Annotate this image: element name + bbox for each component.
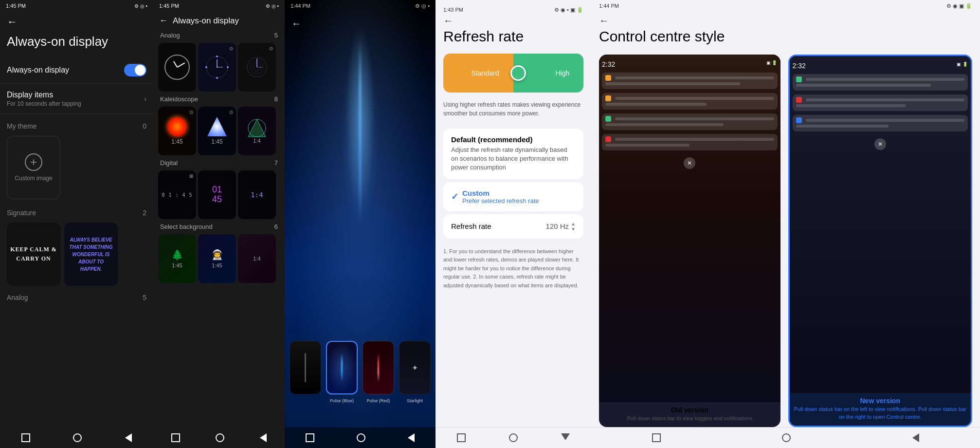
kaleidoscope-grid: ⊙ 1:45 ⊙ 1:45 1:4 xyxy=(153,105,285,157)
custom-option-sub: Prefer selected refresh rate xyxy=(462,197,539,205)
display-items-row[interactable]: Display items For 10 seconds after tappi… xyxy=(0,84,153,114)
back-button-p1[interactable]: ← xyxy=(0,12,153,32)
p4-header-area: 1:43 PM ⚙ ◉ • ▣ 🔋 ← Refresh rate xyxy=(436,0,591,54)
bg-time-3: 1:4 xyxy=(253,256,260,261)
old-time-display: 2:32 xyxy=(602,60,615,68)
hz-row[interactable]: Refresh rate 120 Hz ▲▼ xyxy=(443,214,583,239)
digital-3[interactable]: 1:4 xyxy=(238,170,276,219)
new-version-card[interactable]: 2:32 ▣ 🔋 xyxy=(788,55,973,427)
back-nav-icon-p5[interactable] xyxy=(912,433,919,442)
home-icon-p2[interactable] xyxy=(171,433,180,442)
new-time-display: 2:32 xyxy=(793,62,806,70)
old-version-card[interactable]: 2:32 ▣ 🔋 xyxy=(599,55,780,427)
style-thumb-pulse-blue[interactable] xyxy=(326,341,358,394)
recents-icon-p2[interactable] xyxy=(216,433,224,442)
analog-section-header: Analog 5 xyxy=(0,286,153,305)
hz-value: 120 Hz ▲▼ xyxy=(546,221,576,232)
style-thumb-1[interactable] xyxy=(290,341,321,394)
checkmark-icon: ✓ xyxy=(451,191,458,202)
digital-grid: 0 1 : 4 5 ⊞ 0145 1:4 xyxy=(153,168,285,221)
new-notif-icon-green xyxy=(796,76,802,82)
new-status-icons: ▣ 🔋 xyxy=(957,62,968,70)
recents-icon-p5[interactable] xyxy=(782,433,791,442)
old-status-icons: ▣ 🔋 xyxy=(766,60,778,68)
style-thumb-pulse-red[interactable] xyxy=(363,341,394,394)
notif-text-line-3 xyxy=(605,123,724,126)
new-notif-card-2 xyxy=(793,94,968,111)
standard-label: Standard xyxy=(472,69,499,77)
analog-category: Analog 5 xyxy=(153,30,285,41)
home-icon-p4[interactable] xyxy=(457,433,466,442)
time-p3: 1:44 PM xyxy=(290,3,310,9)
rate-description: Using higher refresh rates makes viewing… xyxy=(436,100,591,126)
home-icon-p1[interactable] xyxy=(21,433,30,442)
notif-row-4 xyxy=(605,136,774,142)
new-notif-text-1 xyxy=(796,84,931,87)
new-notif-icon-red xyxy=(796,97,802,103)
always-on-toggle[interactable] xyxy=(124,64,146,76)
bg-1[interactable]: 🌲 1:45 xyxy=(158,234,196,283)
refresh-rate-slider[interactable]: Standard High xyxy=(443,54,583,93)
status-icons-p1: ⚙ ◎ • xyxy=(134,3,147,9)
kaleido-center-1 xyxy=(167,117,187,136)
notif-line-3 xyxy=(615,117,774,120)
clock-indicator-3: ⊙ xyxy=(269,46,273,51)
dot-clock xyxy=(204,55,230,80)
digital-1[interactable]: 0 1 : 4 5 ⊞ xyxy=(158,170,196,219)
page-title-p4: Refresh rate xyxy=(443,26,583,51)
signature-card-1[interactable]: KEEP CALM & CARRY ON xyxy=(7,223,60,286)
page-title-p5: Control centre style xyxy=(599,26,972,51)
new-notif-text-2 xyxy=(796,104,906,107)
clock-indicator-2: ⊙ xyxy=(229,46,233,51)
home-icon-p5[interactable] xyxy=(652,433,661,442)
bg-3[interactable]: 1:4 xyxy=(238,234,276,283)
preview-area xyxy=(285,39,436,224)
style-thumb-starlight[interactable]: ✦ xyxy=(399,341,431,394)
new-notif-line-1 xyxy=(806,78,965,81)
kaleido-1[interactable]: ⊙ 1:45 xyxy=(158,107,196,155)
notif-icon-orange-2 xyxy=(605,95,611,101)
recents-icon-p1[interactable] xyxy=(73,433,82,442)
analog-clocks-grid: ⊙ ⊙ xyxy=(153,41,285,93)
analog-clock-1[interactable] xyxy=(158,43,196,92)
signature-card-2[interactable]: ALWAYS BELIEVE THAT SOMETHING WONDERFUL … xyxy=(64,223,118,286)
recents-icon-p3[interactable] xyxy=(357,433,365,442)
status-bar-p1: 1:45 PM ⚙ ◎ • xyxy=(0,0,153,12)
new-version-label: New version xyxy=(860,393,900,406)
analog-clock-2[interactable]: ⊙ xyxy=(198,43,236,92)
bg-time-2: 1:45 xyxy=(212,262,222,268)
kaleido-2[interactable]: ⊙ 1:45 xyxy=(198,107,236,155)
digital-time-3: 1:4 xyxy=(251,191,263,199)
analog-cat-label: Analog xyxy=(160,32,180,39)
back-button-p3[interactable]: ← xyxy=(285,12,436,33)
analog-clock-3[interactable]: ⊙ xyxy=(238,43,276,92)
notif-text-line-2 xyxy=(605,103,707,106)
old-close-btn[interactable]: ✕ xyxy=(684,157,695,169)
back-button-p4[interactable]: ← xyxy=(443,15,583,26)
back-button-p2[interactable]: ← xyxy=(159,16,168,26)
always-on-toggle-row[interactable]: Always-on display xyxy=(0,57,153,84)
home-icon-p3[interactable] xyxy=(306,433,314,442)
status-icons-p4: ⚙ ◉ • ▣ 🔋 xyxy=(554,7,583,13)
new-close-btn[interactable]: ✕ xyxy=(874,138,886,150)
back-nav-icon-p1[interactable] xyxy=(125,433,132,442)
custom-option[interactable]: ✓ Custom Prefer selected refresh rate xyxy=(443,182,583,211)
digital-2[interactable]: 0145 xyxy=(198,170,236,219)
sig2-text: ALWAYS BELIEVE THAT SOMETHING WONDERFUL … xyxy=(68,236,114,273)
back-button-p5[interactable]: ← xyxy=(599,15,972,26)
kaleido-time-3: 1:4 xyxy=(253,138,260,144)
nav-bar-p4 xyxy=(436,427,591,448)
custom-image-box[interactable]: + Custom image xyxy=(7,136,60,199)
slider-knob[interactable] xyxy=(510,65,526,81)
back-nav-icon-p4[interactable] xyxy=(561,433,570,440)
back-nav-icon-p3[interactable] xyxy=(408,433,415,442)
back-nav-icon-p2[interactable] xyxy=(260,433,267,442)
kaleido-time-2: 1:45 xyxy=(211,138,222,145)
recents-icon-p4[interactable] xyxy=(509,433,518,442)
old-phone-screen: 2:32 ▣ 🔋 xyxy=(599,55,780,402)
nav-bar-p5 xyxy=(591,427,980,448)
default-option[interactable]: Default (recommended) Adjust the refresh… xyxy=(443,129,583,179)
bg-2[interactable]: 👨‍🚀 1:45 xyxy=(198,234,236,283)
nav-bar-p1 xyxy=(0,428,153,448)
kaleido-3[interactable]: 1:4 xyxy=(238,107,276,155)
